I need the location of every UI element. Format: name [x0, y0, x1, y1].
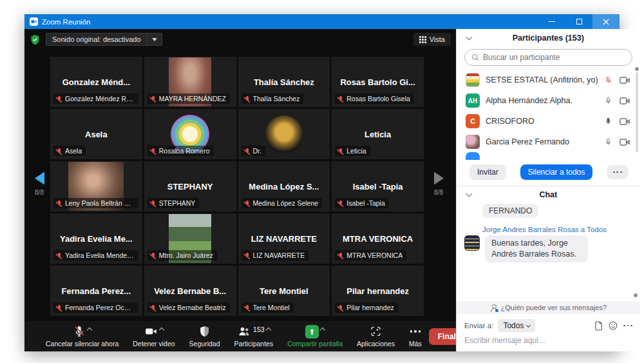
share-options-chevron[interactable]: [320, 328, 325, 333]
security-button[interactable]: Seguridad: [182, 325, 227, 348]
video-tile[interactable]: Pilar hernandez Pilar hernandez: [332, 266, 424, 316]
video-tile[interactable]: Asela Asela: [50, 109, 142, 159]
video-tile[interactable]: STEPHANY STEPHANY: [144, 161, 236, 211]
camera-icon: [620, 76, 630, 84]
video-tile[interactable]: Medina López S... Medina López Selene: [238, 161, 330, 211]
mic-muted-icon: [73, 325, 86, 338]
video-tile[interactable]: Leticia Leticia: [332, 109, 424, 159]
participants-more-button[interactable]: [607, 165, 628, 179]
name-chip: Fernanda Perez Ocampo: [53, 302, 138, 313]
participant-row[interactable]: SETSE ESTATAL (Anfitrión, yo): [457, 70, 640, 90]
chat-send-row: Enviar a: Todos: [457, 314, 640, 334]
participant-row[interactable]: Garcia Perez Fernando: [457, 132, 640, 152]
name-chip: STEPHANY: [147, 198, 200, 208]
video-tile[interactable]: Mtro. Jairo Juárez: [144, 213, 236, 264]
share-screen-button[interactable]: Compartir pantalla: [280, 325, 350, 348]
video-tile[interactable]: MTRA VERONICA MTRA VERONICA: [332, 213, 424, 264]
stop-video-button[interactable]: Detener video: [126, 325, 182, 348]
send-to-dropdown[interactable]: Todos: [498, 319, 535, 332]
maximize-button[interactable]: [565, 14, 592, 29]
chat-scrollbar[interactable]: [634, 293, 638, 297]
participant-avatar: [466, 73, 480, 87]
chat-more-icon[interactable]: [623, 322, 632, 329]
search-input[interactable]: [483, 53, 625, 62]
view-button[interactable]: Vista: [413, 33, 451, 46]
name-chip-label: MTRA VERONICA: [346, 251, 402, 259]
chat-panel-title: Chat: [457, 190, 640, 199]
participant-avatar: AH: [466, 93, 480, 108]
video-tile[interactable]: LIZ NAVARRETE LIZ NAVARRETE: [238, 213, 330, 264]
chevron-down-icon: [152, 38, 157, 41]
page-indicator: 8/8: [434, 188, 443, 195]
person-icon: [490, 304, 497, 311]
participant-row[interactable]: AH Alpha Hernández Alpha.: [457, 90, 640, 111]
participants-options-chevron[interactable]: [265, 328, 270, 333]
chat-message-bubble: Buenas tardes, Jorge Andrés Barrales Ros…: [485, 235, 588, 262]
sender-avatar: [464, 235, 480, 251]
muted-mic-icon: [337, 200, 344, 207]
previous-page-arrow[interactable]: [35, 172, 44, 184]
mic-options-chevron[interactable]: [87, 328, 92, 333]
mic-muted-icon: [604, 75, 612, 84]
video-tile[interactable]: Velez Bernabe B... Velez Bernabe Beatriz: [144, 266, 236, 316]
video-tile[interactable]: Dr.: [238, 109, 330, 159]
video-tile[interactable]: Leny Paola Beltrán Mora...: [50, 161, 142, 211]
privacy-note-text: ¿Quién puede ver sus mensajes?: [501, 304, 607, 311]
participant-avatar: [466, 152, 480, 160]
participants-scrollbar[interactable]: [636, 72, 638, 152]
participant-name: CRISOFORO: [486, 117, 598, 126]
mic-icon: [604, 117, 612, 126]
toolbar-item-label: Compartir pantalla: [287, 340, 343, 348]
muted-mic-icon: [244, 95, 251, 103]
video-tile[interactable]: MAYRA HERNÁNDEZ: [144, 57, 236, 107]
participant-row-partial[interactable]: [457, 152, 640, 160]
muted-mic-icon: [150, 95, 156, 103]
participants-panel-title: Participantes (153): [457, 34, 640, 43]
toolbar-item-label: Participantes: [234, 340, 273, 348]
send-to-label: Enviar a:: [464, 322, 493, 329]
privacy-note[interactable]: ¿Quién puede ver sus mensajes?: [457, 301, 640, 314]
original-sound-dropdown[interactable]: [147, 34, 162, 45]
video-options-chevron[interactable]: [159, 328, 164, 333]
file-attach-icon[interactable]: [594, 321, 603, 331]
mute-all-button[interactable]: Silenciar a todos: [520, 164, 593, 180]
next-page-arrow[interactable]: [434, 172, 444, 184]
participant-row[interactable]: C CRISOFORO: [457, 111, 640, 132]
muted-mic-icon: [56, 95, 62, 103]
participant-name: Alpha Hernández Alpha.: [486, 96, 598, 105]
chat-messages: FERNANDO Jorge Andres Barrales Rosas a T…: [457, 202, 640, 314]
participants-button[interactable]: 153 Participantes: [227, 325, 280, 348]
participant-search[interactable]: [464, 49, 632, 66]
camera-icon: [620, 117, 630, 126]
emoji-icon[interactable]: [609, 321, 618, 330]
apps-button[interactable]: Aplicaciones: [350, 325, 402, 348]
video-tile[interactable]: Yadira Evelia Me... Yadira Evelia Mendez…: [50, 213, 142, 264]
video-tile[interactable]: Rosas Bartolo Gi... Rosas Bartolo Gisela: [332, 57, 424, 107]
toolbar-item-label: Más: [409, 340, 422, 348]
participant-name: SETSE ESTATAL (Anfitrión, yo): [486, 75, 598, 84]
name-chip: Thalía Sánchez: [242, 93, 304, 104]
video-tile[interactable]: Isabel -Tapia Isabel -Tapia: [332, 161, 424, 211]
video-tile[interactable]: Tere Montiel Tere Montiel: [238, 266, 330, 316]
participant-list: SETSE ESTATAL (Anfitrión, yo): [457, 70, 640, 160]
unmute-button[interactable]: Cancelar silenciar ahora: [39, 325, 126, 348]
toolbar-item-label: Aplicaciones: [357, 340, 395, 348]
video-tile[interactable]: Fernanda Perez... Fernanda Perez Ocampo: [50, 266, 142, 316]
minimize-button[interactable]: [538, 14, 565, 29]
share-screen-icon: [305, 325, 319, 338]
video-tile[interactable]: Thalía Sánchez Thalía Sánchez: [238, 57, 330, 107]
name-chip: Gonzalez Méndez Rosar...: [53, 93, 138, 104]
participants-actions: Invitar Silenciar a todos: [457, 160, 640, 186]
more-icon: [613, 168, 621, 176]
more-button[interactable]: Más: [402, 325, 429, 348]
video-tile[interactable]: Rosalba Romero: [144, 109, 236, 159]
video-tile[interactable]: Gonzalez Ménd... Gonzalez Méndez Rosar..…: [50, 57, 142, 107]
close-button[interactable]: [592, 14, 620, 29]
name-chip-label: Thalía Sánchez: [253, 95, 300, 103]
name-chip: Dr.: [242, 146, 265, 156]
chat-message-input[interactable]: [457, 334, 640, 351]
name-chip-label: Yadira Evelia Mendez M...: [65, 251, 134, 259]
send-to-value: Todos: [503, 321, 524, 330]
original-sound-button[interactable]: Sonido original: desactivado: [46, 33, 162, 46]
invite-button[interactable]: Invitar: [469, 164, 506, 180]
